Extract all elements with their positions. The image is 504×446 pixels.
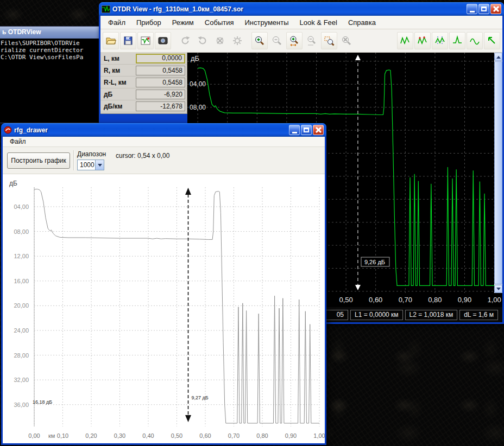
drawer-app-icon <box>4 126 12 134</box>
minimize-icon <box>292 132 297 133</box>
build-graph-button[interactable]: Построить график <box>7 152 70 169</box>
refresh-button[interactable] <box>177 32 193 49</box>
toolbar-separator <box>172 33 176 49</box>
otdr-title: OTDR View - rfg_1310нм_1.0км_08457.sor <box>112 5 464 13</box>
snapshot-icon <box>158 35 168 46</box>
otdr-x-tick-label: 0,60 <box>369 296 382 304</box>
zoom-out-x-icon <box>306 35 317 46</box>
range-label: Диапозон <box>77 150 106 158</box>
scroll-down-button[interactable] <box>494 285 502 293</box>
drawer-x-tick-label: 0,30 <box>114 432 125 439</box>
drawer-menu-file[interactable]: Файл <box>5 136 31 147</box>
measurement-row: дБ/км-12,678 <box>100 100 187 112</box>
otdr-menu-item-1[interactable]: Прибор <box>131 17 166 28</box>
status-segment: L1 = 0,0000 км <box>350 310 403 320</box>
folder-open-icon <box>105 35 116 46</box>
drawer-y-tick-label: 32,00 <box>14 377 29 383</box>
measurement-value: 0,5458 <box>136 66 185 75</box>
close-button[interactable] <box>490 4 501 14</box>
console-line: C:\OTDR View\sorFilesPa <box>1 54 100 61</box>
maximize-button[interactable] <box>478 4 489 14</box>
drawer-maximize-button[interactable] <box>301 125 312 135</box>
zoom-in-button[interactable] <box>251 32 268 49</box>
otdr-menu-item-2[interactable]: Режим <box>167 17 199 28</box>
otdr-menu-item-4[interactable]: Инструменты <box>240 17 293 28</box>
drawer-y-tick-label: 12,00 <box>14 253 29 259</box>
view-events-button[interactable] <box>449 32 465 49</box>
drawer-x-tick-label: 0,60 <box>199 432 211 439</box>
otdr-menu-item-3[interactable]: События <box>200 17 239 28</box>
scroll-thumb[interactable] <box>494 61 502 284</box>
console-titlebar[interactable]: ь OTDRView <box>0 27 100 39</box>
drawer-y-tick-label: 36,00 <box>14 402 29 408</box>
drawer-annotation-left: 16,18 дБ <box>33 399 52 405</box>
snapshot-button[interactable] <box>155 32 171 49</box>
toolbar-separator <box>247 33 250 49</box>
drawer-window-controls <box>289 125 324 135</box>
zoom-in-x-icon <box>289 35 300 46</box>
otdr-y-axis-label: дБ <box>191 54 199 62</box>
combo-dropdown-button[interactable] <box>95 160 104 170</box>
gear-icon <box>232 35 243 46</box>
save-button[interactable] <box>120 32 136 49</box>
measurement-panel: L, км0,0000R, км0,5458R-L, км0,5458дБ-6,… <box>100 53 187 114</box>
measurement-value: -6,920 <box>136 90 185 99</box>
console-line: rialize currentDirector <box>1 47 100 54</box>
measurement-row: дБ-6,920 <box>100 88 187 100</box>
toolbar-separator <box>73 150 74 170</box>
otdr-menu-item-0[interactable]: Файл <box>103 17 130 28</box>
scroll-up-button[interactable] <box>494 53 502 61</box>
otdr-vertical-scrollbar[interactable] <box>494 53 502 293</box>
zoom-in-x-button[interactable] <box>286 32 303 49</box>
zoom-in-icon <box>254 35 265 46</box>
otdr-cursor[interactable] <box>355 55 361 290</box>
drawer-y-tick-label: 04,00 <box>14 203 29 210</box>
view-trace-button[interactable] <box>397 32 413 49</box>
range-value: 1000 <box>78 160 95 170</box>
otdr-titlebar[interactable]: OTDR View - rfg_1310нм_1.0км_08457.sor <box>99 2 504 16</box>
otdr-menu-item-6[interactable]: Справка <box>343 17 381 28</box>
zoom-reset-button[interactable] <box>338 32 355 49</box>
drawer-grid <box>34 187 319 426</box>
trace-info-button[interactable] <box>137 32 154 49</box>
measurement-label: R, км <box>100 67 134 74</box>
console-line: Files\SUPRIBOR\OTDRVie <box>1 40 100 47</box>
drawer-x-tick-label: 1,00 <box>313 432 325 439</box>
open-file-button[interactable] <box>103 32 119 49</box>
minimize-button[interactable] <box>467 4 477 14</box>
zoom-out-button[interactable] <box>269 32 285 49</box>
drawer-x-tick-label: 0,80 <box>256 432 268 439</box>
status-segment: L2 = 1,0018 км <box>405 310 458 320</box>
drawer-chart[interactable]: дБ04,0008,0012,0016,0020,0024,0028,0032,… <box>3 174 325 443</box>
drawer-titlebar[interactable]: rfg_drawer <box>1 123 326 137</box>
zoom-out-x-button[interactable] <box>304 32 320 49</box>
view-pulse-button[interactable] <box>467 32 483 49</box>
zoom-select-button[interactable] <box>321 32 337 49</box>
view-peaks-button[interactable] <box>414 32 431 49</box>
drawer-x-tick-label: 0,70 <box>228 432 240 439</box>
measurement-value: -12,678 <box>136 101 185 111</box>
drawer-annotation-cursor: 9,27 дБ <box>192 395 209 400</box>
pan-button[interactable] <box>484 32 500 49</box>
console-body: Files\SUPRIBOR\OTDRVierialize currentDir… <box>0 39 100 61</box>
otdr-menu-item-5[interactable]: Look & Feel <box>295 17 342 28</box>
view-markers-button[interactable] <box>432 32 448 49</box>
otdr-x-tick-label: 0,50 <box>339 296 352 304</box>
floppy-icon <box>123 35 134 46</box>
drawer-cursor[interactable] <box>185 188 191 422</box>
otdr-x-tick-label: 0,70 <box>399 296 412 304</box>
trace-pulse-icon <box>469 35 480 46</box>
trace-zigzag-icon <box>400 35 411 46</box>
trace-info-icon <box>140 35 151 46</box>
reload-button[interactable] <box>194 32 211 49</box>
minimize-icon <box>470 11 475 12</box>
settings-button[interactable] <box>229 32 245 49</box>
drawer-close-button[interactable] <box>313 125 324 135</box>
range-select[interactable]: 1000 <box>77 160 104 170</box>
measurement-label: L, км <box>100 55 134 62</box>
cancel-refresh-button[interactable] <box>212 32 228 49</box>
arrow-down-icon <box>496 288 501 292</box>
drawer-x-tick-label: 0,20 <box>85 432 97 439</box>
drawer-minimize-button[interactable] <box>289 125 300 135</box>
otdr-x-tick-label: 0,80 <box>428 296 442 304</box>
